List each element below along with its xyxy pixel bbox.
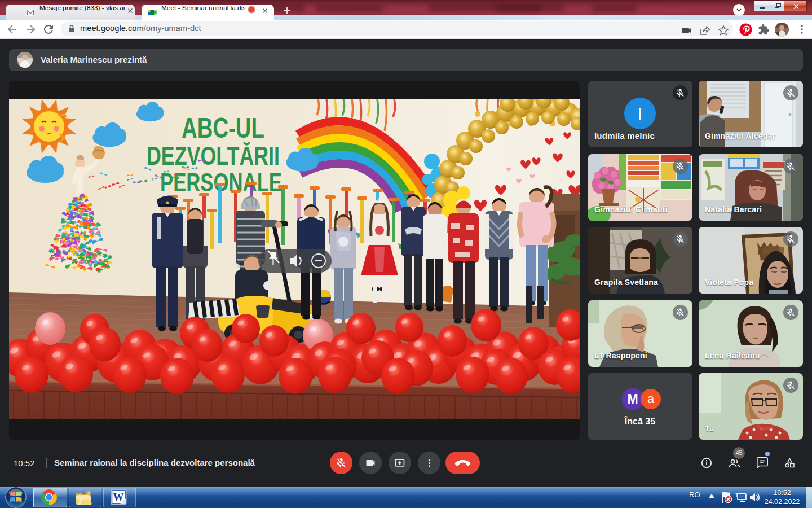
svg-text:a: a [647, 392, 655, 406]
svg-text:Încă 35: Încă 35 [624, 416, 655, 426]
svg-text:ABC-UL: ABC-UL [182, 112, 264, 144]
svg-text:M: M [627, 392, 638, 406]
svg-text:DEZVOLTĂRII: DEZVOLTĂRII [147, 141, 280, 170]
svg-text:W: W [113, 491, 124, 503]
svg-text:I: I [638, 104, 642, 123]
